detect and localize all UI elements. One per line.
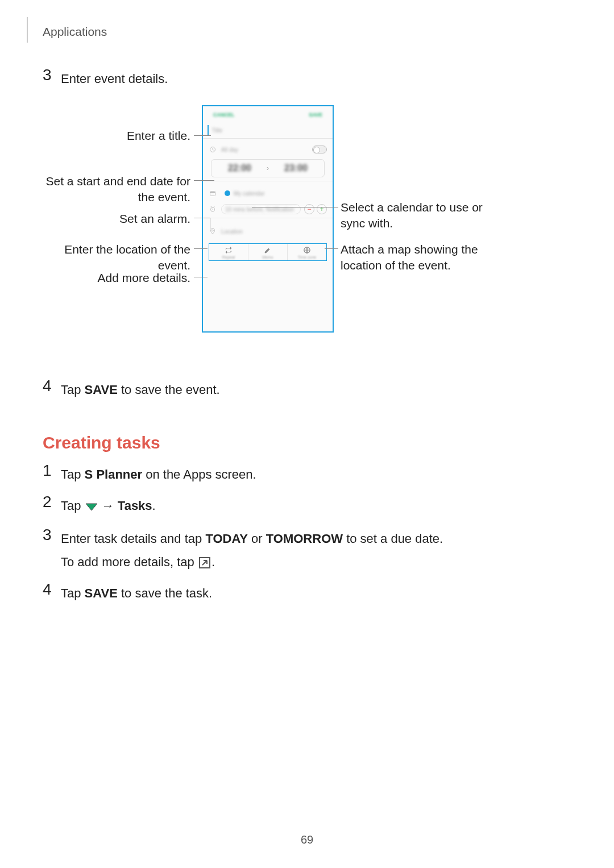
callout-alarm: Set an alarm.: [43, 211, 190, 227]
step-number: 3: [43, 527, 61, 543]
repeat-label: Repeat: [222, 254, 235, 259]
all-day-toggle[interactable]: [312, 146, 327, 153]
leader-line: [194, 248, 208, 249]
all-day-label: All day: [221, 147, 238, 153]
tasks-step-3-sub: To add more details, tap .: [61, 553, 571, 571]
location-row[interactable]: Location: [203, 223, 333, 240]
text: Tap: [61, 467, 85, 481]
step-text: Enter event details.: [61, 67, 168, 88]
leader-line: [210, 218, 210, 229]
step-4: 4 Tap SAVE to save the event.: [43, 378, 571, 399]
step-number: 1: [43, 463, 61, 479]
location-placeholder: Location: [221, 229, 243, 235]
tasks-step-1: 1 Tap S Planner on the Apps screen.: [43, 463, 571, 484]
leader-line: [325, 248, 338, 249]
tasks-step-2: 2 Tap → Tasks.: [43, 494, 571, 517]
title-placeholder: Title: [212, 127, 223, 134]
tasks-step-3: 3 Enter task details and tap TODAY or TO…: [43, 527, 571, 548]
title-input-row[interactable]: Title: [208, 122, 328, 138]
memo-icon: [264, 246, 272, 254]
save-bold: SAVE: [85, 383, 118, 397]
repeat-cell[interactable]: Repeat: [209, 244, 248, 260]
alarm-icon: [209, 205, 217, 213]
remove-alarm-button[interactable]: −: [304, 204, 314, 214]
leader-line: [194, 135, 211, 136]
svg-marker-5: [86, 504, 97, 510]
svg-rect-1: [210, 192, 215, 196]
calendar-name: My calendar: [234, 190, 264, 197]
add-alarm-button[interactable]: +: [317, 204, 327, 214]
callout-map: Attach a map showing the location of the…: [341, 242, 500, 274]
timezone-label: Time zone: [298, 254, 316, 259]
tasks-bold: Tasks: [118, 499, 152, 513]
leader-line: [194, 218, 210, 218]
text: Tap: [61, 499, 85, 513]
time-arrow-icon: ›: [264, 164, 271, 172]
text: to set a due date.: [343, 531, 443, 546]
calendar-icon: [209, 189, 217, 197]
save-bold: SAVE: [85, 586, 118, 600]
globe-icon: [303, 246, 311, 254]
step-number: 2: [43, 494, 61, 510]
phone-screenshot: CANCEL SAVE Title All day 22:00: [202, 105, 334, 333]
text: Tap: [61, 586, 85, 600]
all-day-row[interactable]: All day: [203, 143, 333, 156]
callout-more: Add more details.: [43, 270, 190, 286]
end-time[interactable]: 23:00: [271, 163, 321, 173]
separator: [203, 218, 333, 218]
calendar-color-dot: [225, 190, 230, 196]
page: Applications 3 Enter event details. CANC…: [0, 0, 614, 868]
callout-dates: Set a start and end date for the event.: [43, 173, 190, 206]
s-planner-bold: S Planner: [85, 467, 142, 481]
text: .: [152, 499, 156, 513]
section-heading-creating-tasks: Creating tasks: [43, 433, 571, 452]
text: Enter task details and tap: [61, 531, 205, 546]
text-cursor-icon: [208, 125, 209, 135]
dropdown-triangle-icon: [85, 498, 98, 517]
text: to save the event.: [118, 383, 220, 397]
today-bold: TODAY: [205, 531, 248, 546]
callout-calendar: Select a calendar to use or sync with.: [341, 200, 500, 232]
page-number: 69: [0, 833, 614, 846]
event-diagram: CANCEL SAVE Title All day 22:00: [43, 105, 571, 355]
timezone-cell[interactable]: Time zone: [288, 244, 326, 260]
section-header: Applications: [43, 25, 107, 39]
step-3: 3 Enter event details.: [43, 67, 571, 88]
step-number: 4: [43, 378, 61, 394]
callout-location: Enter the location of the event.: [43, 242, 190, 274]
text: or: [248, 531, 266, 546]
text: Tap: [61, 383, 85, 397]
step-text: Tap → Tasks.: [61, 494, 156, 517]
separator: [203, 138, 333, 139]
arrow-text: →: [102, 499, 118, 513]
step-text: Tap SAVE to save the task.: [61, 582, 212, 603]
memo-cell[interactable]: Memo: [248, 244, 288, 260]
cancel-button[interactable]: CANCEL: [213, 112, 235, 118]
step-text: Tap SAVE to save the event.: [61, 378, 220, 399]
text: to save the task.: [118, 586, 212, 600]
expand-details-icon: [199, 557, 210, 568]
tomorrow-bold: TOMORROW: [266, 531, 343, 546]
time-range-row[interactable]: 22:00 › 23:00: [211, 159, 325, 177]
callout-title: Enter a title.: [43, 128, 190, 144]
start-time[interactable]: 22:00: [215, 163, 264, 173]
alarm-chip[interactable]: 10 mins before, Notification: [221, 204, 301, 214]
svg-point-3: [212, 230, 214, 231]
calendar-row[interactable]: My calendar: [203, 186, 333, 201]
step-text: Enter task details and tap TODAY or TOMO…: [61, 527, 443, 548]
leader-line: [194, 180, 214, 181]
text: To add more details, tap: [61, 555, 198, 569]
step-text: Tap S Planner on the Apps screen.: [61, 463, 256, 484]
leader-line: [252, 207, 338, 207]
text: .: [211, 555, 215, 569]
text: on the Apps screen.: [142, 467, 256, 481]
separator: [203, 181, 333, 181]
save-button[interactable]: SAVE: [309, 112, 322, 118]
clock-icon: [209, 146, 217, 153]
memo-label: Memo: [262, 254, 273, 259]
repeat-icon: [224, 246, 233, 254]
step-number: 3: [43, 67, 61, 83]
step-number: 4: [43, 582, 61, 597]
alarm-row[interactable]: 10 mins before, Notification − +: [203, 201, 333, 218]
tasks-step-4: 4 Tap SAVE to save the task.: [43, 582, 571, 603]
